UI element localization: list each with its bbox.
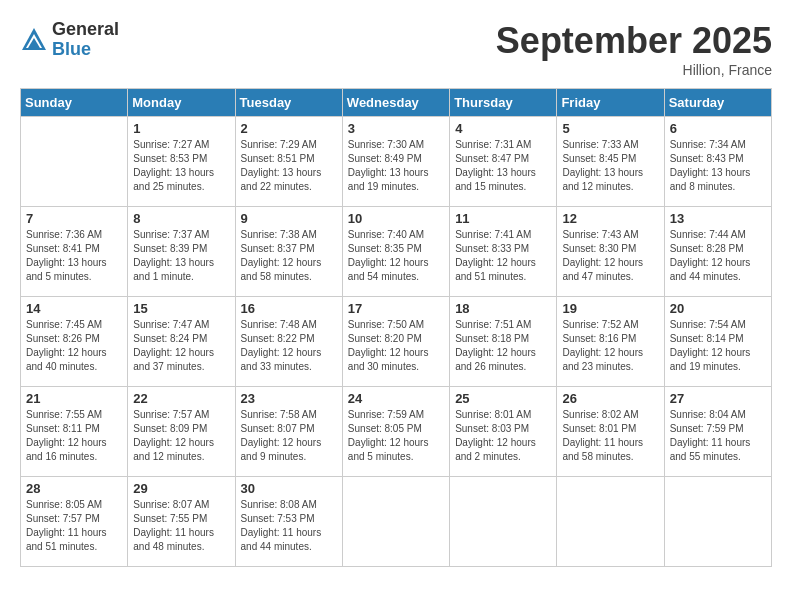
day-number: 21 bbox=[26, 391, 122, 406]
day-number: 1 bbox=[133, 121, 229, 136]
day-of-week-header: Friday bbox=[557, 89, 664, 117]
calendar-cell: 25Sunrise: 8:01 AM Sunset: 8:03 PM Dayli… bbox=[450, 387, 557, 477]
day-info: Sunrise: 7:54 AM Sunset: 8:14 PM Dayligh… bbox=[670, 318, 766, 374]
day-number: 22 bbox=[133, 391, 229, 406]
day-info: Sunrise: 7:44 AM Sunset: 8:28 PM Dayligh… bbox=[670, 228, 766, 284]
day-info: Sunrise: 7:47 AM Sunset: 8:24 PM Dayligh… bbox=[133, 318, 229, 374]
calendar-cell: 30Sunrise: 8:08 AM Sunset: 7:53 PM Dayli… bbox=[235, 477, 342, 567]
calendar-cell: 4Sunrise: 7:31 AM Sunset: 8:47 PM Daylig… bbox=[450, 117, 557, 207]
day-info: Sunrise: 7:30 AM Sunset: 8:49 PM Dayligh… bbox=[348, 138, 444, 194]
day-info: Sunrise: 7:50 AM Sunset: 8:20 PM Dayligh… bbox=[348, 318, 444, 374]
calendar-cell bbox=[21, 117, 128, 207]
day-info: Sunrise: 7:43 AM Sunset: 8:30 PM Dayligh… bbox=[562, 228, 658, 284]
logo-general-text: General bbox=[52, 20, 119, 40]
calendar-cell: 3Sunrise: 7:30 AM Sunset: 8:49 PM Daylig… bbox=[342, 117, 449, 207]
day-of-week-header: Sunday bbox=[21, 89, 128, 117]
day-number: 18 bbox=[455, 301, 551, 316]
calendar-cell: 11Sunrise: 7:41 AM Sunset: 8:33 PM Dayli… bbox=[450, 207, 557, 297]
day-info: Sunrise: 7:52 AM Sunset: 8:16 PM Dayligh… bbox=[562, 318, 658, 374]
day-info: Sunrise: 7:31 AM Sunset: 8:47 PM Dayligh… bbox=[455, 138, 551, 194]
day-number: 15 bbox=[133, 301, 229, 316]
day-number: 19 bbox=[562, 301, 658, 316]
calendar-cell: 17Sunrise: 7:50 AM Sunset: 8:20 PM Dayli… bbox=[342, 297, 449, 387]
calendar-cell: 27Sunrise: 8:04 AM Sunset: 7:59 PM Dayli… bbox=[664, 387, 771, 477]
day-number: 7 bbox=[26, 211, 122, 226]
calendar-cell: 1Sunrise: 7:27 AM Sunset: 8:53 PM Daylig… bbox=[128, 117, 235, 207]
day-info: Sunrise: 7:27 AM Sunset: 8:53 PM Dayligh… bbox=[133, 138, 229, 194]
day-info: Sunrise: 7:33 AM Sunset: 8:45 PM Dayligh… bbox=[562, 138, 658, 194]
day-info: Sunrise: 7:45 AM Sunset: 8:26 PM Dayligh… bbox=[26, 318, 122, 374]
day-number: 25 bbox=[455, 391, 551, 406]
calendar-cell: 14Sunrise: 7:45 AM Sunset: 8:26 PM Dayli… bbox=[21, 297, 128, 387]
calendar-cell: 15Sunrise: 7:47 AM Sunset: 8:24 PM Dayli… bbox=[128, 297, 235, 387]
day-info: Sunrise: 7:29 AM Sunset: 8:51 PM Dayligh… bbox=[241, 138, 337, 194]
day-number: 13 bbox=[670, 211, 766, 226]
calendar-cell: 28Sunrise: 8:05 AM Sunset: 7:57 PM Dayli… bbox=[21, 477, 128, 567]
calendar-week-row: 1Sunrise: 7:27 AM Sunset: 8:53 PM Daylig… bbox=[21, 117, 772, 207]
day-number: 9 bbox=[241, 211, 337, 226]
calendar-cell bbox=[557, 477, 664, 567]
calendar-cell: 24Sunrise: 7:59 AM Sunset: 8:05 PM Dayli… bbox=[342, 387, 449, 477]
calendar-cell: 5Sunrise: 7:33 AM Sunset: 8:45 PM Daylig… bbox=[557, 117, 664, 207]
day-number: 8 bbox=[133, 211, 229, 226]
day-number: 16 bbox=[241, 301, 337, 316]
day-number: 23 bbox=[241, 391, 337, 406]
day-of-week-header: Thursday bbox=[450, 89, 557, 117]
calendar-cell: 16Sunrise: 7:48 AM Sunset: 8:22 PM Dayli… bbox=[235, 297, 342, 387]
day-info: Sunrise: 7:34 AM Sunset: 8:43 PM Dayligh… bbox=[670, 138, 766, 194]
day-info: Sunrise: 8:07 AM Sunset: 7:55 PM Dayligh… bbox=[133, 498, 229, 554]
day-number: 3 bbox=[348, 121, 444, 136]
day-info: Sunrise: 8:08 AM Sunset: 7:53 PM Dayligh… bbox=[241, 498, 337, 554]
calendar-cell: 13Sunrise: 7:44 AM Sunset: 8:28 PM Dayli… bbox=[664, 207, 771, 297]
day-number: 4 bbox=[455, 121, 551, 136]
day-number: 17 bbox=[348, 301, 444, 316]
title-block: September 2025 Hillion, France bbox=[496, 20, 772, 78]
day-number: 5 bbox=[562, 121, 658, 136]
day-of-week-header: Monday bbox=[128, 89, 235, 117]
logo-blue-text: Blue bbox=[52, 40, 119, 60]
day-number: 28 bbox=[26, 481, 122, 496]
day-number: 20 bbox=[670, 301, 766, 316]
day-number: 11 bbox=[455, 211, 551, 226]
day-number: 14 bbox=[26, 301, 122, 316]
calendar-week-row: 14Sunrise: 7:45 AM Sunset: 8:26 PM Dayli… bbox=[21, 297, 772, 387]
day-info: Sunrise: 8:05 AM Sunset: 7:57 PM Dayligh… bbox=[26, 498, 122, 554]
logo-icon bbox=[20, 26, 48, 54]
calendar-week-row: 7Sunrise: 7:36 AM Sunset: 8:41 PM Daylig… bbox=[21, 207, 772, 297]
day-info: Sunrise: 7:36 AM Sunset: 8:41 PM Dayligh… bbox=[26, 228, 122, 284]
calendar-cell: 18Sunrise: 7:51 AM Sunset: 8:18 PM Dayli… bbox=[450, 297, 557, 387]
calendar-cell: 19Sunrise: 7:52 AM Sunset: 8:16 PM Dayli… bbox=[557, 297, 664, 387]
day-info: Sunrise: 7:40 AM Sunset: 8:35 PM Dayligh… bbox=[348, 228, 444, 284]
day-info: Sunrise: 8:01 AM Sunset: 8:03 PM Dayligh… bbox=[455, 408, 551, 464]
calendar-cell: 8Sunrise: 7:37 AM Sunset: 8:39 PM Daylig… bbox=[128, 207, 235, 297]
calendar-header-row: SundayMondayTuesdayWednesdayThursdayFrid… bbox=[21, 89, 772, 117]
day-info: Sunrise: 7:57 AM Sunset: 8:09 PM Dayligh… bbox=[133, 408, 229, 464]
month-title: September 2025 bbox=[496, 20, 772, 62]
calendar-week-row: 21Sunrise: 7:55 AM Sunset: 8:11 PM Dayli… bbox=[21, 387, 772, 477]
day-info: Sunrise: 7:41 AM Sunset: 8:33 PM Dayligh… bbox=[455, 228, 551, 284]
day-number: 6 bbox=[670, 121, 766, 136]
calendar-cell bbox=[664, 477, 771, 567]
calendar-cell: 22Sunrise: 7:57 AM Sunset: 8:09 PM Dayli… bbox=[128, 387, 235, 477]
day-number: 10 bbox=[348, 211, 444, 226]
calendar-cell: 23Sunrise: 7:58 AM Sunset: 8:07 PM Dayli… bbox=[235, 387, 342, 477]
day-number: 30 bbox=[241, 481, 337, 496]
day-number: 27 bbox=[670, 391, 766, 406]
calendar-cell bbox=[342, 477, 449, 567]
day-info: Sunrise: 8:04 AM Sunset: 7:59 PM Dayligh… bbox=[670, 408, 766, 464]
location: Hillion, France bbox=[496, 62, 772, 78]
page-header: General Blue September 2025 Hillion, Fra… bbox=[20, 20, 772, 78]
calendar-cell: 20Sunrise: 7:54 AM Sunset: 8:14 PM Dayli… bbox=[664, 297, 771, 387]
day-of-week-header: Tuesday bbox=[235, 89, 342, 117]
calendar-cell: 9Sunrise: 7:38 AM Sunset: 8:37 PM Daylig… bbox=[235, 207, 342, 297]
day-number: 12 bbox=[562, 211, 658, 226]
day-number: 26 bbox=[562, 391, 658, 406]
calendar-cell: 6Sunrise: 7:34 AM Sunset: 8:43 PM Daylig… bbox=[664, 117, 771, 207]
day-info: Sunrise: 7:58 AM Sunset: 8:07 PM Dayligh… bbox=[241, 408, 337, 464]
day-info: Sunrise: 7:37 AM Sunset: 8:39 PM Dayligh… bbox=[133, 228, 229, 284]
day-number: 24 bbox=[348, 391, 444, 406]
calendar-cell: 12Sunrise: 7:43 AM Sunset: 8:30 PM Dayli… bbox=[557, 207, 664, 297]
day-info: Sunrise: 8:02 AM Sunset: 8:01 PM Dayligh… bbox=[562, 408, 658, 464]
calendar-cell: 2Sunrise: 7:29 AM Sunset: 8:51 PM Daylig… bbox=[235, 117, 342, 207]
logo: General Blue bbox=[20, 20, 119, 60]
